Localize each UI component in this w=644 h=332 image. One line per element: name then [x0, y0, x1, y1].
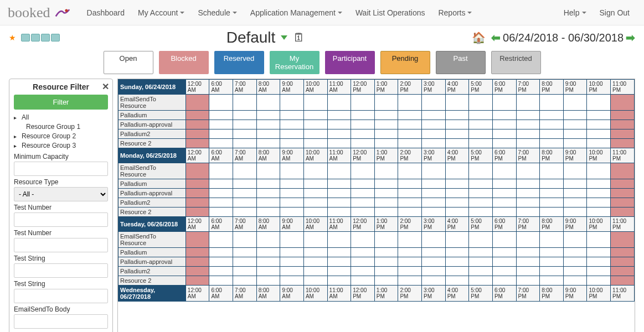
slot-cell[interactable]: [303, 139, 327, 148]
slot-cell[interactable]: [422, 232, 446, 248]
slot-cell[interactable]: [303, 179, 327, 189]
slot-cell[interactable]: [398, 267, 422, 276]
slot-cell[interactable]: [516, 95, 540, 111]
slot-cell[interactable]: [280, 208, 304, 217]
slot-cell[interactable]: [303, 95, 327, 111]
slot-cell[interactable]: [280, 120, 304, 129]
favorite-icon[interactable]: ★: [9, 33, 18, 42]
slot-cell[interactable]: [303, 208, 327, 217]
slot-cell[interactable]: [374, 120, 398, 129]
slot-cell[interactable]: [256, 248, 280, 257]
slot-cell[interactable]: [469, 267, 493, 276]
slot-cell[interactable]: [398, 95, 422, 111]
slot-cell[interactable]: [233, 111, 257, 120]
slot-cell[interactable]: [516, 189, 540, 198]
slot-cell[interactable]: [469, 232, 493, 248]
slot-cell[interactable]: [256, 232, 280, 248]
day-label[interactable]: Tuesday, 06/26/2018: [119, 217, 186, 232]
slot-cell[interactable]: [445, 129, 469, 139]
slot-cell[interactable]: [563, 267, 587, 276]
slot-cell[interactable]: [374, 248, 398, 257]
slot-cell[interactable]: [233, 129, 257, 139]
view-icon-3[interactable]: [41, 34, 50, 42]
slot-cell[interactable]: [351, 198, 375, 208]
slot-cell[interactable]: [398, 276, 422, 286]
slot-cell[interactable]: [516, 267, 540, 276]
slot-cell[interactable]: [374, 198, 398, 208]
slot-cell[interactable]: [233, 198, 257, 208]
slot-cell[interactable]: [422, 95, 446, 111]
slot-cell[interactable]: [327, 267, 351, 276]
slot-cell[interactable]: [374, 179, 398, 189]
slot-cell[interactable]: [209, 179, 233, 189]
slot-cell[interactable]: [469, 139, 493, 148]
slot-cell[interactable]: [492, 189, 516, 198]
slot-cell[interactable]: [303, 276, 327, 286]
slot-cell[interactable]: [469, 129, 493, 139]
slot-cell[interactable]: [398, 257, 422, 267]
slot-cell[interactable]: [351, 111, 375, 120]
slot-cell[interactable]: [516, 257, 540, 267]
slot-cell[interactable]: [374, 208, 398, 217]
slot-cell[interactable]: [233, 95, 257, 111]
slot-cell[interactable]: [422, 129, 446, 139]
slot-cell[interactable]: [374, 267, 398, 276]
slot-cell[interactable]: [563, 257, 587, 267]
home-icon[interactable]: 🏠: [472, 31, 486, 44]
slot-cell[interactable]: [398, 179, 422, 189]
slot-cell[interactable]: [445, 163, 469, 179]
day-label[interactable]: Sunday, 06/24/2018: [119, 80, 186, 95]
day-label[interactable]: Monday, 06/25/2018: [119, 148, 186, 163]
slot-cell[interactable]: [469, 95, 493, 111]
slot-cell[interactable]: [540, 95, 564, 111]
slot-cell[interactable]: [540, 232, 564, 248]
slot-cell[interactable]: [209, 257, 233, 267]
resource-name[interactable]: Palladium: [119, 248, 186, 257]
slot-cell[interactable]: [540, 129, 564, 139]
slot-cell[interactable]: [351, 120, 375, 129]
slot-cell[interactable]: [209, 95, 233, 111]
slot-cell[interactable]: [563, 111, 587, 120]
slot-cell[interactable]: [540, 257, 564, 267]
slot-cell[interactable]: [587, 120, 611, 129]
slot-cell[interactable]: [186, 257, 209, 267]
slot-cell[interactable]: [445, 267, 469, 276]
slot-cell[interactable]: [186, 139, 209, 148]
slot-cell[interactable]: [611, 232, 635, 248]
slot-cell[interactable]: [398, 189, 422, 198]
slot-cell[interactable]: [256, 95, 280, 111]
slot-cell[interactable]: [256, 111, 280, 120]
slot-cell[interactable]: [256, 198, 280, 208]
slot-cell[interactable]: [351, 129, 375, 139]
slot-cell[interactable]: [611, 163, 635, 179]
slot-cell[interactable]: [351, 257, 375, 267]
slot-cell[interactable]: [374, 232, 398, 248]
slot-cell[interactable]: [445, 189, 469, 198]
slot-cell[interactable]: [186, 198, 209, 208]
slot-cell[interactable]: [351, 267, 375, 276]
test-string-2-input[interactable]: [14, 289, 108, 303]
slot-cell[interactable]: [256, 129, 280, 139]
slot-cell[interactable]: [492, 129, 516, 139]
slot-cell[interactable]: [540, 198, 564, 208]
slot-cell[interactable]: [233, 120, 257, 129]
slot-cell[interactable]: [186, 163, 209, 179]
slot-cell[interactable]: [540, 179, 564, 189]
slot-cell[interactable]: [233, 208, 257, 217]
resource-name[interactable]: Palladium: [119, 179, 186, 189]
slot-cell[interactable]: [611, 267, 635, 276]
slot-cell[interactable]: [492, 95, 516, 111]
slot-cell[interactable]: [280, 248, 304, 257]
slot-cell[interactable]: [256, 189, 280, 198]
slot-cell[interactable]: [492, 267, 516, 276]
slot-cell[interactable]: [445, 198, 469, 208]
slot-cell[interactable]: [303, 267, 327, 276]
slot-cell[interactable]: [422, 139, 446, 148]
slot-cell[interactable]: [374, 95, 398, 111]
slot-cell[interactable]: [327, 111, 351, 120]
calendar-icon[interactable]: 🗓: [293, 30, 305, 45]
resource-name[interactable]: EmailSendTo Resource: [119, 163, 186, 179]
resource-name[interactable]: EmailSendTo Resource: [119, 95, 186, 111]
slot-cell[interactable]: [233, 139, 257, 148]
slot-cell[interactable]: [445, 95, 469, 111]
